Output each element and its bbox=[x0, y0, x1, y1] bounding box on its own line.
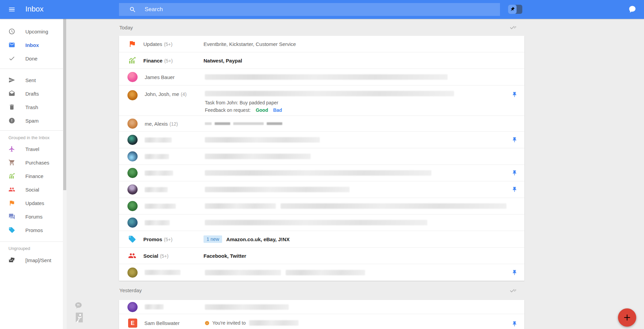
send-icon bbox=[8, 77, 15, 83]
avatar[interactable] bbox=[127, 268, 138, 278]
sidebar-scrollbar[interactable] bbox=[63, 19, 67, 329]
avatar[interactable] bbox=[127, 168, 138, 178]
search-icon bbox=[129, 6, 136, 13]
sidebar-item-done[interactable]: Done bbox=[0, 52, 63, 65]
redacted-subject bbox=[281, 203, 506, 209]
bundle-count: (5+) bbox=[164, 237, 172, 242]
exit-run-icon[interactable] bbox=[75, 312, 84, 323]
avatar[interactable] bbox=[127, 184, 138, 195]
new-count-badge: 1 new bbox=[204, 235, 222, 243]
sidebar-item-purchases[interactable]: Purchases bbox=[0, 156, 63, 169]
email-row[interactable] bbox=[119, 165, 524, 181]
email-row[interactable]: James Bauer bbox=[119, 69, 524, 85]
sidebar-section-header: Ungrouped bbox=[8, 246, 63, 251]
bundle-count: (5+) bbox=[164, 42, 172, 47]
redacted-sender bbox=[145, 220, 170, 225]
sidebar-item-social[interactable]: Social bbox=[0, 183, 63, 196]
plane-icon bbox=[8, 146, 15, 152]
sidebar-item-inbox[interactable]: Inbox bbox=[0, 38, 63, 52]
redacted-subject bbox=[249, 320, 299, 326]
avatar[interactable]: E bbox=[128, 319, 137, 328]
flag-icon bbox=[8, 200, 15, 206]
bundle-count: (5+) bbox=[164, 58, 173, 64]
avatar[interactable] bbox=[127, 90, 138, 100]
pin-icon[interactable] bbox=[511, 321, 518, 327]
redacted-sender bbox=[145, 171, 173, 176]
bundle-summary: Facebook, Twitter bbox=[204, 253, 246, 259]
feedback-good-link[interactable]: Good bbox=[256, 107, 268, 113]
pin-icon[interactable] bbox=[511, 170, 518, 176]
feedback-bad-link[interactable]: Bad bbox=[273, 107, 282, 113]
bundle-row-promos[interactable]: Promos(5+) 1 new Amazon.co.uk, eBay, J!N… bbox=[119, 231, 524, 248]
sidebar-item-trash[interactable]: Trash bbox=[0, 100, 63, 114]
sidebar-item-imap-sent[interactable]: [Imap]/Sent bbox=[0, 253, 63, 267]
feedback-label: Feedback on request: bbox=[205, 107, 251, 113]
redacted-subject bbox=[205, 304, 289, 310]
avatar[interactable] bbox=[127, 218, 138, 228]
bundle-row-updates[interactable]: Updates(5+) Eventbrite, Kickstarter, Cus… bbox=[119, 36, 524, 52]
redacted-subject bbox=[205, 91, 454, 96]
email-row[interactable] bbox=[119, 300, 524, 314]
bundle-row-social[interactable]: Social(5+) Facebook, Twitter bbox=[119, 248, 524, 264]
sidebar-item-upcoming[interactable]: Upcoming bbox=[0, 25, 63, 38]
email-row[interactable] bbox=[119, 132, 524, 148]
sender-name: me, Alexis bbox=[145, 121, 168, 127]
email-row[interactable]: me, Alexis(12) bbox=[119, 116, 524, 132]
email-row[interactable] bbox=[119, 264, 524, 281]
pin-icon[interactable] bbox=[511, 186, 518, 193]
pushpin-icon bbox=[508, 5, 517, 14]
sidebar-item-updates[interactable]: Updates bbox=[0, 196, 63, 210]
people-icon bbox=[8, 186, 15, 193]
redacted-subject bbox=[205, 220, 427, 225]
redacted-snippet bbox=[205, 122, 524, 125]
people-icon bbox=[128, 252, 136, 260]
redacted-subject bbox=[205, 187, 350, 192]
avatar[interactable] bbox=[127, 302, 138, 312]
avatar[interactable] bbox=[127, 135, 138, 145]
sidebar-item-drafts[interactable]: Drafts bbox=[0, 87, 63, 100]
pin-icon[interactable] bbox=[511, 92, 518, 98]
message-count: (12) bbox=[169, 121, 178, 127]
email-row-invite[interactable]: E Sam Bellswater You're invited to bbox=[119, 314, 524, 329]
sidebar-item-sent[interactable]: Sent bbox=[0, 73, 63, 87]
email-row-task[interactable]: John, Josh, me(4) Task from John: Buy pa… bbox=[119, 85, 524, 116]
sidebar-item-spam[interactable]: Spam bbox=[0, 114, 63, 127]
check-icon bbox=[8, 55, 15, 62]
bundle-summary: Eventbrite, Kickstarter, Customer Servic… bbox=[204, 41, 296, 47]
avatar[interactable] bbox=[127, 119, 138, 129]
bundle-row-finance[interactable]: Finance(5+) Natwest, Paypal bbox=[119, 52, 524, 69]
redacted-sender bbox=[145, 137, 172, 143]
redacted-sender bbox=[145, 204, 176, 209]
help-bubble-icon[interactable] bbox=[74, 302, 83, 309]
compose-fab-button[interactable] bbox=[618, 308, 636, 327]
avatar[interactable] bbox=[127, 72, 138, 82]
search-input[interactable]: Search bbox=[119, 3, 500, 16]
sidebar-item-travel[interactable]: Travel bbox=[0, 142, 63, 156]
pin-filter-toggle[interactable] bbox=[508, 5, 522, 14]
sweep-icon[interactable] bbox=[509, 24, 517, 31]
bundle-name: Social bbox=[143, 253, 158, 259]
scrollbar-thumb[interactable] bbox=[63, 19, 66, 190]
email-row[interactable] bbox=[119, 214, 524, 231]
trash-icon bbox=[8, 104, 15, 110]
avatar[interactable] bbox=[127, 201, 138, 211]
avatar-letter: E bbox=[131, 320, 135, 327]
tag-icon bbox=[8, 227, 15, 233]
email-row[interactable] bbox=[119, 181, 524, 198]
avatar[interactable] bbox=[127, 151, 138, 161]
sweep-icon[interactable] bbox=[509, 287, 517, 294]
envelopes-icon bbox=[8, 257, 15, 263]
email-row[interactable] bbox=[119, 148, 524, 165]
redacted-subject bbox=[205, 137, 320, 143]
email-row[interactable] bbox=[119, 198, 524, 214]
pin-icon[interactable] bbox=[511, 137, 518, 143]
speech-bubble-icon[interactable] bbox=[628, 5, 637, 14]
hamburger-menu-icon[interactable] bbox=[8, 6, 16, 13]
sidebar-item-finance[interactable]: Finance bbox=[0, 169, 63, 183]
pin-icon[interactable] bbox=[511, 270, 518, 276]
sidebar-item-promos[interactable]: Promos bbox=[0, 223, 63, 237]
sidebar-item-forums[interactable]: Forums bbox=[0, 210, 63, 223]
yesterday-card: E Sam Bellswater You're invited to bbox=[119, 300, 524, 329]
clock-icon bbox=[8, 28, 15, 35]
redacted-sender bbox=[145, 154, 169, 159]
